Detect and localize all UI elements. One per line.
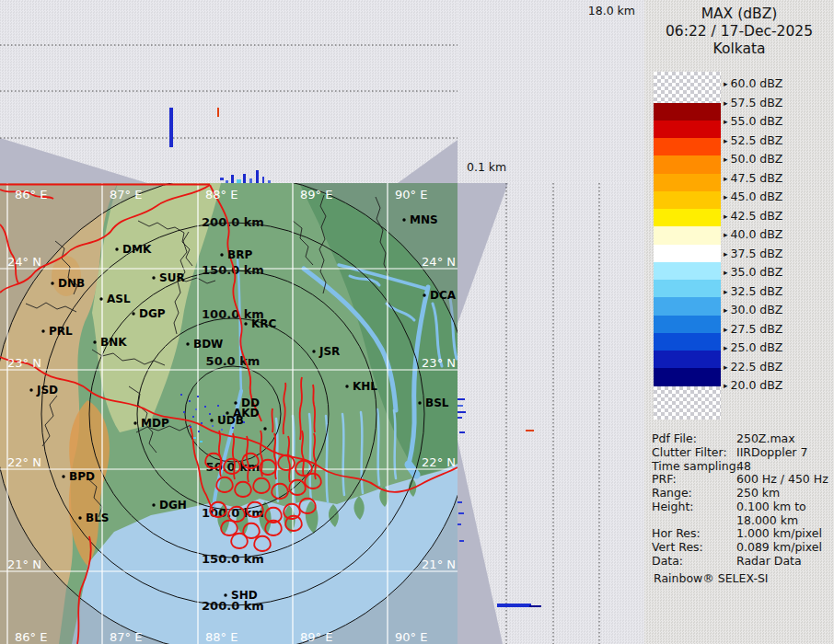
- station-label: KHL: [353, 380, 377, 393]
- scale-tick-label: ▸45.0 dBZ: [724, 190, 782, 203]
- scale-block: [654, 368, 721, 385]
- scale-tick-label: ▸60.0 dBZ: [724, 76, 782, 90]
- station-label: BSL: [425, 397, 449, 409]
- beam-shadow-wedge: [0, 138, 147, 183]
- tick-arrow-icon: ▸: [724, 305, 728, 315]
- station-dot: [244, 322, 247, 325]
- map-canvas[interactable]: 200.0 km150.0 km100.0 km50.0 km50.0 km10…: [0, 183, 458, 644]
- station-label: BLS: [86, 512, 109, 524]
- longitude-label: 89° E: [300, 188, 332, 201]
- station-label: JSR: [319, 345, 340, 358]
- range-ring-label: 200.0 km: [202, 215, 264, 229]
- scale-block: [654, 262, 721, 280]
- tick-arrow-icon: ▸: [724, 155, 728, 164]
- tick-arrow-icon: ▸: [724, 192, 728, 201]
- station-label: DGP: [139, 307, 166, 320]
- station-dot: [152, 276, 155, 279]
- scale-tick-label: ▸42.5 dBZ: [724, 209, 782, 223]
- station-label: DCA: [430, 289, 457, 302]
- metadata-value: 0.100 km to: [736, 500, 806, 513]
- station-label: MDP: [141, 417, 169, 430]
- station-label: SHD: [231, 589, 258, 602]
- tick-arrow-icon: ▸: [724, 174, 728, 183]
- tick-arrow-icon: ▸: [724, 362, 728, 372]
- station-dot: [210, 419, 213, 421]
- latitude-label: 22° N: [7, 455, 41, 469]
- tick-arrow-icon: ▸: [724, 212, 728, 221]
- scale-block: [654, 103, 721, 121]
- station-dot: [51, 282, 53, 284]
- metadata-value: 1.000 km/pixel: [736, 526, 822, 540]
- latitude-label: 22° N: [422, 455, 456, 469]
- metadata-value: 48: [736, 459, 751, 473]
- station-label: BPD: [69, 470, 95, 483]
- longitude-label: 88° E: [205, 188, 237, 201]
- station-dot: [78, 516, 81, 519]
- scale-block-nodata: [654, 386, 721, 420]
- station-label: PRL: [49, 325, 73, 338]
- scale-tick-label: ▸20.0 dBZ: [724, 378, 782, 392]
- station-dot: [29, 388, 32, 391]
- station-label: BRP: [227, 248, 252, 261]
- scale-tick-label: ▸57.5 dBZ: [724, 96, 782, 109]
- scale-tick-label: ▸52.5 dBZ: [724, 133, 782, 147]
- longitude-label: 87° E: [110, 188, 142, 201]
- station-dot: [263, 427, 266, 430]
- longitude-label: 89° E: [300, 630, 332, 644]
- station-dot: [133, 421, 136, 424]
- tick-arrow-icon: ▸: [724, 117, 728, 126]
- longitude-label: 90° E: [395, 630, 427, 644]
- station-dot: [41, 329, 44, 332]
- top-height-axis-label: 18.0 km: [588, 4, 635, 17]
- terrain-hills: [52, 256, 81, 296]
- station-dot: [224, 593, 226, 596]
- side-projection-canvas: [458, 183, 644, 644]
- scale-tick-label: ▸32.5 dBZ: [724, 284, 782, 298]
- station-dot: [115, 247, 118, 250]
- scale-block: [654, 138, 721, 155]
- station-label: MNS: [410, 213, 438, 226]
- corner-axis-panel: 18.0 km 0.1 km: [458, 0, 644, 184]
- scale-block: [654, 297, 721, 315]
- scale-tick-label: ▸35.0 dBZ: [724, 265, 782, 279]
- scale-block: [654, 174, 721, 191]
- station-label: BDW: [193, 338, 223, 351]
- metadata-label: Range:: [652, 486, 692, 500]
- beam-shadow-wedge: [458, 183, 508, 324]
- metadata-label: Clutter Filter:: [652, 445, 727, 459]
- station-label: DGH: [159, 499, 187, 512]
- side-height-axis-label: 0.1 km: [467, 160, 506, 174]
- height-gridlines: [0, 45, 458, 138]
- beam-shadow-wedge: [458, 440, 503, 644]
- latitude-label: 21° N: [422, 558, 456, 571]
- scale-block: [654, 121, 721, 138]
- dbz-color-scale: ▸60.0 dBZ▸57.5 dBZ▸55.0 dBZ▸52.5 dBZ▸50.…: [644, 0, 834, 423]
- scale-block: [654, 351, 721, 368]
- longitude-label: 86° E: [15, 630, 47, 644]
- station-label: KRC: [251, 317, 277, 330]
- station-dot: [62, 475, 64, 477]
- tick-arrow-icon: ▸: [724, 79, 728, 88]
- tick-arrow-icon: ▸: [724, 230, 728, 239]
- station-dot: [312, 350, 315, 352]
- radar-map-view[interactable]: 200.0 km150.0 km100.0 km50.0 km50.0 km10…: [0, 183, 458, 644]
- metadata-label: Time sampling:: [652, 459, 740, 473]
- tick-arrow-icon: ▸: [724, 268, 728, 277]
- station-dot: [99, 297, 102, 300]
- radar-display-window: 18.0 km 0.1 km: [0, 0, 834, 644]
- station-label: DNB: [58, 277, 85, 290]
- top-projection-canvas: [0, 0, 458, 183]
- scale-tick-label: ▸50.0 dBZ: [724, 152, 782, 166]
- station-dot: [186, 342, 189, 345]
- scale-tick-label: ▸37.5 dBZ: [724, 247, 782, 260]
- station-dot: [234, 401, 237, 404]
- scale-tick-label: ▸55.0 dBZ: [724, 114, 782, 128]
- station-label: ASL: [107, 293, 131, 305]
- station-label: DMK: [122, 243, 152, 256]
- metadata-value: 600 Hz / 450 Hz: [736, 472, 828, 486]
- scale-block: [654, 245, 721, 262]
- scale-tick-label: ▸40.0 dBZ: [724, 227, 782, 241]
- metadata-value: 0.089 km/pixel: [736, 540, 822, 554]
- longitude-label: 90° E: [395, 188, 427, 201]
- scale-block: [654, 333, 721, 351]
